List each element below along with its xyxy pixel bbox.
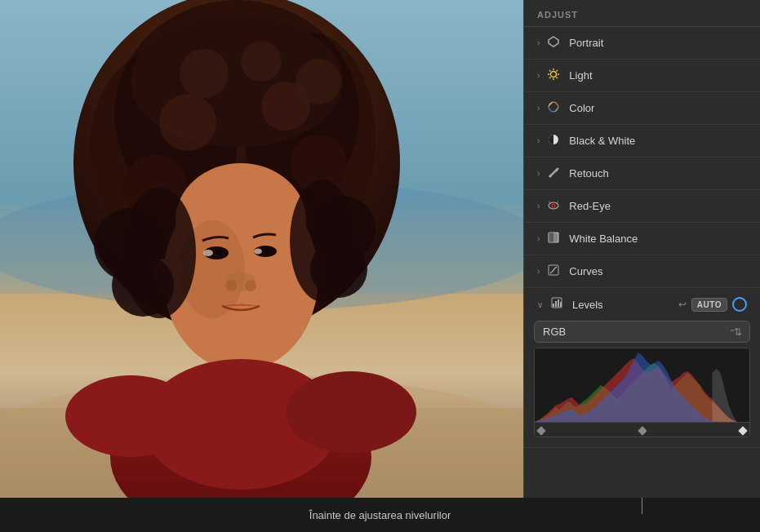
chevron-icon: › — [537, 202, 540, 211]
chevron-icon: › — [537, 38, 540, 47]
svg-rect-66 — [553, 304, 554, 307]
svg-point-17 — [241, 41, 282, 82]
levels-icon — [549, 296, 564, 313]
svg-point-44 — [551, 72, 557, 78]
histogram — [534, 348, 750, 437]
chevron-icon: › — [537, 104, 540, 113]
sidebar-item-color[interactable]: › Color — [524, 92, 760, 125]
curves-icon — [546, 264, 561, 279]
svg-rect-67 — [555, 301, 557, 307]
levels-content: RGB Red Green Blue ⇅ — [524, 321, 760, 447]
svg-point-18 — [296, 59, 341, 104]
levels-section: ∨ Levels ↩ AUTO — [524, 288, 760, 448]
svg-point-30 — [245, 280, 256, 291]
sidebar-item-label: Portrait — [569, 37, 747, 49]
svg-point-29 — [225, 280, 237, 291]
svg-point-16 — [180, 49, 229, 98]
retouch-icon — [546, 166, 561, 181]
sidebar-item-label: Red-Eye — [569, 200, 747, 212]
levels-label: Levels — [572, 299, 678, 311]
svg-line-49 — [549, 70, 551, 72]
white-point-slider[interactable] — [738, 426, 747, 435]
svg-point-10 — [159, 94, 216, 151]
chevron-icon: › — [537, 169, 540, 178]
reset-button[interactable]: ↩ — [678, 299, 687, 310]
sidebar-item-light[interactable]: › Light — [524, 60, 760, 92]
sidebar-item-label: Curves — [569, 265, 747, 277]
svg-line-60 — [557, 201, 558, 203]
sidebar-item-portrait[interactable]: › Portrait — [524, 27, 760, 60]
sidebar-item-white-balance[interactable]: › White Balance — [524, 223, 760, 255]
svg-rect-68 — [558, 299, 559, 307]
svg-rect-69 — [560, 302, 562, 307]
black-point-slider[interactable] — [536, 426, 545, 435]
svg-point-24 — [216, 249, 222, 255]
sidebar-item-label: Retouch — [569, 167, 747, 180]
annotation-text: Înainte de ajustarea nivelurilor — [309, 509, 451, 521]
sidebar-item-label: White Balance — [569, 233, 747, 245]
svg-point-42 — [310, 241, 367, 298]
levels-header[interactable]: ∨ Levels ↩ AUTO — [524, 288, 760, 321]
sidebar-item-retouch[interactable]: › Retouch — [524, 157, 760, 190]
histogram-sliders — [535, 422, 749, 437]
sidebar-item-red-eye[interactable]: › Red-Eye — [524, 190, 760, 223]
svg-point-58 — [553, 205, 554, 206]
bottom-annotation: Înainte de ajustarea nivelurilor — [0, 498, 760, 532]
svg-point-38 — [286, 371, 416, 453]
photo-area — [0, 0, 523, 498]
sidebar-item-label: Black & White — [569, 135, 747, 147]
red-eye-icon — [546, 198, 561, 214]
svg-line-59 — [549, 201, 550, 203]
svg-line-52 — [549, 78, 551, 79]
svg-point-55 — [549, 175, 552, 178]
rgb-select[interactable]: RGB Red Green Blue — [534, 321, 750, 343]
chevron-icon: › — [537, 267, 540, 276]
white-balance-icon — [546, 231, 561, 246]
annotation-line — [642, 498, 642, 514]
svg-point-37 — [65, 375, 196, 457]
svg-marker-43 — [549, 37, 558, 47]
svg-rect-63 — [553, 233, 558, 242]
sidebar-item-black-white[interactable]: › Black & White — [524, 125, 760, 157]
midpoint-slider[interactable] — [638, 426, 647, 435]
light-icon — [546, 68, 561, 83]
svg-point-26 — [203, 250, 213, 256]
auto-button[interactable]: AUTO — [691, 298, 727, 312]
color-icon — [546, 100, 561, 116]
svg-rect-62 — [549, 233, 553, 242]
black-white-icon — [546, 133, 561, 149]
sidebar-item-label: Light — [569, 69, 747, 82]
chevron-icon: › — [537, 234, 540, 243]
sidebar: ADJUST › Portrait › — [523, 0, 760, 498]
svg-point-41 — [112, 255, 174, 317]
histogram-canvas — [535, 348, 749, 422]
svg-point-27 — [254, 249, 262, 255]
portrait-image — [0, 0, 523, 498]
sidebar-item-curves[interactable]: › Curves — [524, 255, 760, 288]
chevron-icon: › — [537, 71, 540, 80]
svg-line-50 — [557, 78, 558, 79]
portrait-icon — [546, 35, 561, 51]
svg-point-25 — [265, 248, 271, 254]
chevron-icon: › — [537, 136, 540, 145]
svg-line-51 — [557, 70, 558, 72]
chevron-down-icon: ∨ — [537, 300, 543, 309]
levels-toggle-button[interactable] — [732, 297, 747, 312]
sidebar-item-label: Color — [569, 102, 747, 114]
sidebar-header: ADJUST — [524, 0, 760, 27]
